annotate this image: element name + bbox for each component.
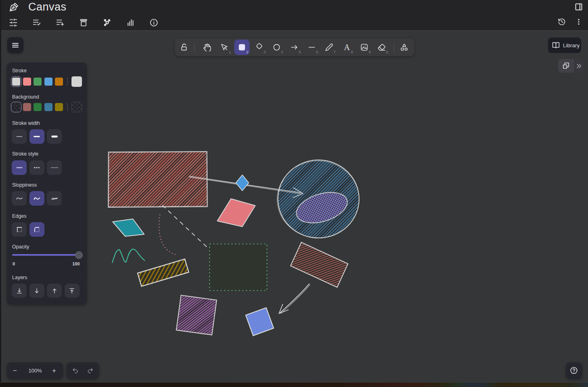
svg-text:A: A — [344, 43, 350, 52]
